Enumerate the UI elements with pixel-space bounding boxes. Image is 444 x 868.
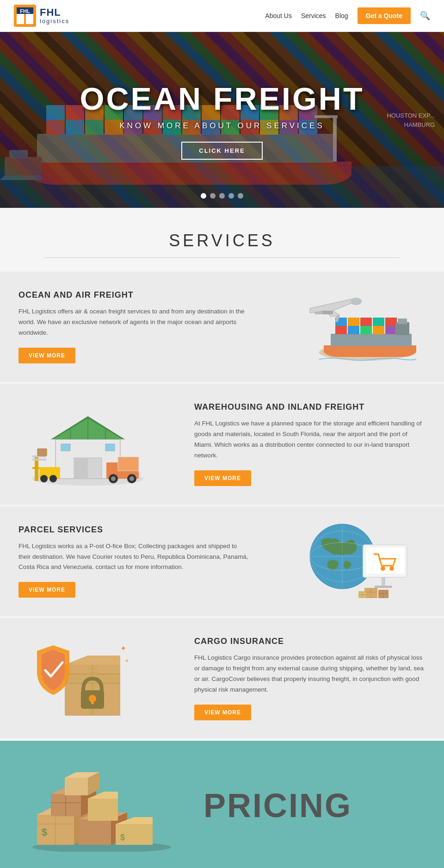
service-text-parcel: PARCEL SERVICES FHL Logistics works as a… <box>0 506 268 617</box>
services-title: SERVICES <box>0 231 444 250</box>
services-section: SERVICES OCEAN AND AIR FREIGHT FHL Logis… <box>0 208 444 739</box>
svg-rect-64 <box>105 444 115 451</box>
service-name-warehousing: WAREHOUSING AND INLAND FREIGHT <box>194 402 426 412</box>
hero-content: OCEAN FREIGHT KNOW MORE ABOUT OUR SERVIC… <box>0 32 444 208</box>
service-desc-parcel: FHL Logistics works as a P-ost O-fice Bo… <box>18 541 250 573</box>
nav-blog[interactable]: Blog <box>335 12 348 19</box>
svg-rect-63 <box>61 444 70 451</box>
logo-fhl-text: FHL <box>40 7 69 18</box>
service-desc-insurance: FHL Logistics Cargo insurance provides p… <box>194 653 426 695</box>
svg-rect-49 <box>373 318 384 326</box>
service-card-warehousing: WAREHOUSING AND INLAND FREIGHT At FHL Lo… <box>0 384 444 505</box>
get-quote-button[interactable]: Get a Quote <box>358 7 411 24</box>
svg-rect-79 <box>38 449 46 456</box>
carousel-dot-5[interactable] <box>238 193 243 199</box>
view-more-insurance-button[interactable]: VIEW MORE <box>194 705 251 720</box>
svg-point-53 <box>351 298 362 305</box>
nav-about[interactable]: About Us <box>265 12 292 19</box>
hero-title: OCEAN FREIGHT <box>80 81 364 117</box>
service-desc-warehousing: At FHL Logistics we have a planned space… <box>194 418 426 461</box>
hero-carousel-dots <box>201 193 243 199</box>
svg-point-74 <box>40 475 48 482</box>
svg-rect-43 <box>360 326 372 334</box>
svg-point-70 <box>130 476 134 481</box>
service-text-insurance: CARGO INSURANCE FHL Logistics Cargo insu… <box>176 618 444 739</box>
svg-rect-44 <box>373 326 384 334</box>
service-desc-ocean-air: FHL Logistics offers air & ocean freight… <box>18 306 250 338</box>
service-name-ocean-air: OCEAN AND AIR FREIGHT <box>18 290 250 300</box>
pricing-boxes-illustration: $ $ <box>28 759 176 852</box>
svg-rect-118 <box>79 819 111 845</box>
svg-rect-123 <box>88 799 118 821</box>
warehousing-illustration <box>28 402 148 486</box>
svg-rect-52 <box>398 318 407 324</box>
carousel-dot-3[interactable] <box>219 193 225 199</box>
svg-text:$: $ <box>42 826 47 838</box>
hero-subtitle: KNOW MORE ABOUT OUR SERVICES <box>119 121 325 131</box>
carousel-dot-2[interactable] <box>210 193 216 199</box>
svg-text:✦: ✦ <box>113 657 117 661</box>
services-header: SERVICES <box>0 231 444 258</box>
svg-rect-51 <box>395 322 409 335</box>
service-card-parcel: PARCEL SERVICES FHL Logistics works as a… <box>0 506 444 617</box>
main-nav: About Us Services Blog Get a Quote 🔍 <box>265 7 430 24</box>
svg-rect-91 <box>382 577 385 586</box>
svg-rect-55 <box>314 312 323 314</box>
insurance-illustration: ✦ ✦ ✦ <box>28 637 148 720</box>
svg-rect-50 <box>385 318 397 326</box>
pricing-section: $ $ PRICING <box>0 741 444 868</box>
service-name-parcel: PARCEL SERVICES <box>18 525 250 535</box>
svg-rect-40 <box>331 334 412 346</box>
svg-text:✦: ✦ <box>120 644 126 652</box>
service-image-parcel <box>268 510 444 612</box>
service-image-warehousing <box>0 393 176 495</box>
svg-point-75 <box>49 475 57 482</box>
hero-section: OCEAN FREIGHT KNOW MORE ABOUT OUR SERVIC… <box>0 32 444 208</box>
svg-rect-45 <box>385 326 397 334</box>
pricing-title: PRICING <box>204 787 416 824</box>
service-text-warehousing: WAREHOUSING AND INLAND FREIGHT At FHL Lo… <box>176 384 444 505</box>
service-card-insurance: CARGO INSURANCE FHL Logistics Cargo insu… <box>0 618 444 739</box>
svg-rect-62 <box>74 458 88 479</box>
carousel-dot-1[interactable] <box>201 193 206 199</box>
service-image-ocean-air <box>268 276 444 378</box>
view-more-ocean-air-button[interactable]: VIEW MORE <box>18 348 75 363</box>
services-divider <box>44 257 400 258</box>
svg-point-90 <box>389 566 394 571</box>
service-image-insurance: ✦ ✦ ✦ <box>0 628 176 730</box>
hero-watermark: HOUSTON EXP... HAMBURG <box>387 111 435 129</box>
carousel-dot-4[interactable] <box>228 193 234 199</box>
svg-point-89 <box>381 566 385 571</box>
svg-rect-42 <box>348 326 359 334</box>
svg-rect-73 <box>32 467 39 469</box>
parcel-illustration <box>296 519 416 603</box>
logo-icon: FHL <box>14 5 36 27</box>
svg-text:$: $ <box>120 833 125 842</box>
pricing-text-area: PRICING <box>204 787 416 824</box>
svg-rect-66 <box>118 457 139 471</box>
site-header: FHL FHL logistics About Us Services Blog… <box>0 0 444 32</box>
svg-point-68 <box>111 476 116 481</box>
ocean-air-illustration <box>296 285 416 368</box>
logo[interactable]: FHL FHL logistics <box>14 5 69 27</box>
svg-rect-124 <box>65 778 88 795</box>
view-more-parcel-button[interactable]: VIEW MORE <box>18 582 75 598</box>
svg-rect-77 <box>32 459 46 461</box>
svg-rect-47 <box>348 318 359 326</box>
svg-rect-92 <box>375 586 392 588</box>
svg-rect-54 <box>321 311 333 314</box>
nav-services[interactable]: Services <box>301 12 326 19</box>
service-name-insurance: CARGO INSURANCE <box>194 637 426 646</box>
search-icon[interactable]: 🔍 <box>420 11 430 21</box>
hero-cta-button[interactable]: CLICK HERE <box>181 142 262 160</box>
service-card-ocean-air: OCEAN AND AIR FREIGHT FHL Logistics offe… <box>0 272 444 382</box>
svg-text:FHL: FHL <box>20 8 30 14</box>
service-text-ocean-air: OCEAN AND AIR FREIGHT FHL Logistics offe… <box>0 272 268 382</box>
svg-rect-41 <box>335 326 347 334</box>
svg-rect-87 <box>365 547 405 574</box>
view-more-warehousing-button[interactable]: VIEW MORE <box>194 470 251 486</box>
svg-rect-110 <box>91 699 94 704</box>
svg-rect-48 <box>360 318 372 326</box>
svg-text:✦: ✦ <box>125 658 129 663</box>
logo-logistics-text: logistics <box>40 18 69 25</box>
